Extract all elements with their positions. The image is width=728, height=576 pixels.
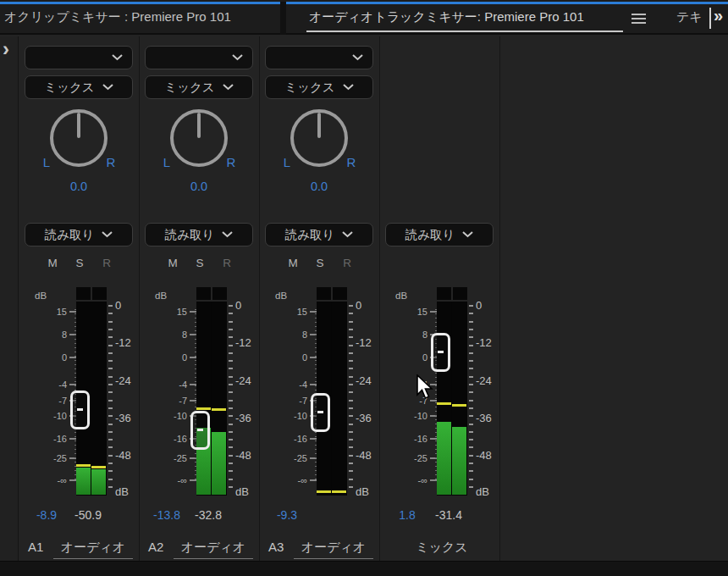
fader-scale-label: 8 bbox=[273, 330, 307, 340]
channel-strip-mix: 読み取り dB1580-4-7-10-16-25-∞0-12-24-36-48d… bbox=[380, 36, 500, 561]
solo-button[interactable]: S bbox=[192, 257, 207, 269]
clip-indicator[interactable] bbox=[196, 287, 211, 300]
automation-mode-dropdown[interactable]: 読み取り bbox=[25, 223, 133, 246]
chevron-down-icon bbox=[342, 231, 353, 238]
fader-scale-label: 0 bbox=[33, 352, 67, 363]
peak-indicator bbox=[76, 464, 91, 467]
fader-scale-label: 15 bbox=[273, 307, 307, 317]
tab-edge-divider bbox=[709, 8, 711, 29]
panel-menu-icon[interactable] bbox=[631, 14, 646, 25]
tab-text-partial[interactable]: テキ bbox=[676, 0, 703, 35]
meter-peak-value: -31.4 bbox=[421, 508, 477, 522]
pan-value[interactable]: 0.0 bbox=[53, 180, 104, 193]
pan-value[interactable]: 0.0 bbox=[174, 180, 224, 193]
meter-channel bbox=[332, 302, 346, 496]
output-assign-dropdown[interactable]: ミックス bbox=[25, 75, 133, 99]
pan-knob-pointer bbox=[77, 113, 80, 138]
fader-scale-label: 0 bbox=[153, 352, 187, 363]
meter-channel bbox=[196, 302, 211, 496]
input-assign-dropdown[interactable] bbox=[25, 46, 133, 69]
input-assign-dropdown[interactable] bbox=[265, 46, 373, 69]
tab-audio-track-mixer[interactable]: オーディオトラックミキサー: Premiere Pro 101 bbox=[309, 0, 624, 35]
fader-value[interactable]: -9.3 bbox=[262, 508, 312, 522]
mute-button[interactable]: M bbox=[285, 257, 301, 269]
meter-scale-label: -36 bbox=[356, 412, 383, 424]
value-readouts: 1.8 -31.4 bbox=[380, 508, 500, 525]
pan-value[interactable]: 0.0 bbox=[294, 180, 345, 193]
chevron-down-icon bbox=[232, 54, 243, 61]
fader-handle[interactable] bbox=[311, 393, 330, 432]
track-name-field[interactable]: オーディオ bbox=[174, 540, 253, 559]
track-name-field[interactable]: オーディオ bbox=[294, 540, 373, 559]
output-assign-dropdown[interactable]: ミックス bbox=[265, 75, 373, 99]
meter-scale-label: dB bbox=[356, 485, 383, 498]
clip-indicator[interactable] bbox=[333, 287, 347, 300]
left-rail: › bbox=[0, 36, 19, 561]
fader-scale-label: 0 bbox=[394, 352, 427, 363]
fader-scale-label: -25 bbox=[273, 453, 307, 463]
expand-panel-icon[interactable]: › bbox=[3, 40, 9, 58]
output-assign-label: ミックス bbox=[284, 80, 334, 96]
mute-button[interactable]: M bbox=[45, 257, 60, 269]
solo-button[interactable]: S bbox=[312, 257, 328, 269]
meter-scale-label: -48 bbox=[235, 449, 262, 462]
output-assign-dropdown[interactable]: ミックス bbox=[145, 75, 253, 99]
fader-handle[interactable] bbox=[190, 411, 210, 450]
pan-knob[interactable] bbox=[170, 109, 228, 167]
meter-scale-label: 0 bbox=[476, 299, 503, 312]
fader-scale-label: -∞ bbox=[273, 475, 307, 485]
meter-scale-label: -48 bbox=[476, 449, 503, 462]
db-unit-label: dB bbox=[395, 291, 407, 301]
pan-knob-pointer bbox=[197, 113, 201, 138]
clip-indicator[interactable] bbox=[76, 287, 91, 300]
msr-buttons: M S R bbox=[140, 257, 260, 272]
solo-button[interactable]: S bbox=[72, 257, 87, 269]
fader-scale-label: -16 bbox=[394, 434, 427, 444]
record-arm-button[interactable]: R bbox=[339, 257, 355, 269]
meter-scale-label: -24 bbox=[476, 374, 503, 387]
automation-mode-dropdown[interactable]: 読み取り bbox=[385, 223, 494, 246]
automation-mode-dropdown[interactable]: 読み取り bbox=[145, 223, 253, 246]
fader-scale-label: -7 bbox=[33, 396, 67, 406]
record-arm-button[interactable]: R bbox=[99, 257, 114, 269]
fader-scale-label: -25 bbox=[33, 453, 67, 463]
bottom-bar bbox=[0, 561, 728, 576]
clip-indicator[interactable] bbox=[92, 287, 107, 300]
track-name-field[interactable]: ミックス bbox=[402, 540, 482, 558]
meter-tick-column bbox=[469, 305, 473, 494]
pan-right-label: R bbox=[102, 155, 119, 169]
channel-strip-a2: ミックス L R 0.0 読み取り M S R dB1580-4-7-10-16… bbox=[140, 36, 260, 561]
fader-scale-label: 0 bbox=[273, 352, 307, 363]
fader-scale-label: -10 bbox=[273, 411, 307, 421]
record-arm-button[interactable]: R bbox=[219, 257, 234, 269]
tab-overflow-icon[interactable]: » bbox=[714, 6, 723, 25]
pan-knob[interactable] bbox=[50, 109, 108, 167]
fader-scale-label: -∞ bbox=[33, 475, 67, 485]
fader-scale-label: -7 bbox=[273, 396, 307, 406]
db-unit-label: dB bbox=[275, 291, 287, 301]
meter-scale-label: -12 bbox=[115, 336, 142, 349]
meter-scale-label: dB bbox=[115, 485, 142, 498]
peak-indicator bbox=[212, 408, 226, 411]
pan-left-label: L bbox=[38, 155, 55, 169]
track-name-row: ミックス bbox=[380, 538, 500, 558]
fader-meter-area: dB1580-4-7-10-16-25-∞0-12-24-36-48dB bbox=[380, 285, 500, 504]
value-readouts: -8.9 -50.9 bbox=[19, 508, 140, 525]
pan-knob[interactable] bbox=[290, 109, 348, 167]
mute-button[interactable]: M bbox=[165, 257, 180, 269]
tab-audio-clip-mixer[interactable]: オクリップミキサー : Premiere Pro 101 bbox=[4, 0, 279, 35]
meter-scale-label: -24 bbox=[235, 374, 262, 387]
clip-indicator[interactable] bbox=[212, 287, 227, 300]
fader-scale-label: -4 bbox=[394, 379, 427, 390]
meter-scale-label: 0 bbox=[235, 299, 262, 312]
meter-channel bbox=[91, 302, 106, 496]
automation-mode-dropdown[interactable]: 読み取り bbox=[265, 223, 373, 246]
track-name-field[interactable]: オーディオ bbox=[53, 540, 133, 559]
clip-indicator[interactable] bbox=[317, 287, 331, 300]
clip-indicator[interactable] bbox=[437, 287, 451, 300]
fader-handle[interactable] bbox=[70, 390, 90, 429]
fader-handle[interactable] bbox=[431, 333, 450, 372]
input-assign-dropdown[interactable] bbox=[145, 46, 253, 69]
pan-left-label: L bbox=[158, 155, 175, 169]
clip-indicator[interactable] bbox=[453, 287, 467, 300]
